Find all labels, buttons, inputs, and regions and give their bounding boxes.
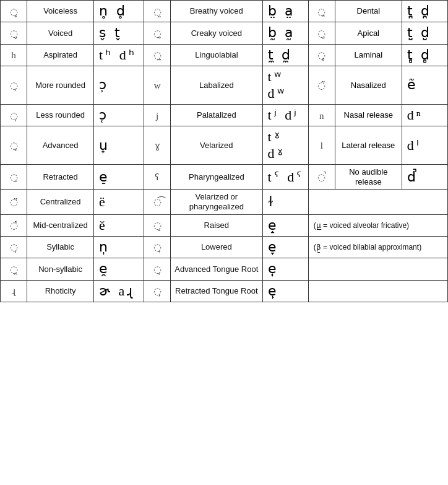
row11-col1-icon: ɻ xyxy=(1,280,27,302)
row0-col3-label: Dental xyxy=(335,1,402,22)
row10-col1-label: Non-syllabic xyxy=(27,258,94,280)
row5-col1-symbol: u̟ xyxy=(94,126,144,165)
row10-col1-symbol: e̯ xyxy=(94,258,144,280)
row9-col1-symbol: n̩ xyxy=(94,236,144,258)
row1-col3-label: Apical xyxy=(335,22,402,44)
row5-col1-icon: ◌̟ xyxy=(1,126,27,165)
row0-col3-symbol: t̪ d̪ xyxy=(402,1,447,22)
row11-col1-label: Rhoticity xyxy=(27,280,94,302)
row0-col1-label: Voiceless xyxy=(27,1,94,22)
row0-col1-symbol: n̥ d̥ xyxy=(94,1,144,22)
row7-col2-symbol: ɫ xyxy=(262,190,308,214)
row10-col2-icon: ◌̘ xyxy=(144,258,170,280)
row4-col3-icon: n xyxy=(308,104,335,126)
row6-col1-symbol: e̠ xyxy=(94,165,144,190)
row7-col3-empty xyxy=(308,190,447,214)
row10-col1-icon: ◌̯ xyxy=(1,258,27,280)
row2-col2-icon: ◌̼ xyxy=(144,44,170,66)
row9-col1-icon: ◌̩ xyxy=(1,236,27,258)
row8-col2-symbol: e̝ xyxy=(262,214,308,236)
row6-col2-label: Pharyngealized xyxy=(171,165,262,190)
row1-col3-icon: ◌̺ xyxy=(308,22,335,44)
row8-col1-symbol: ě xyxy=(94,214,144,236)
row7-col2-icon: ◌͡ xyxy=(144,190,170,214)
row4-col3-label: Nasal release xyxy=(335,104,402,126)
row9-col3-note: (β̱ = voiced bilabial approximant) xyxy=(308,236,447,258)
row2-col1-symbol: tʰ dʰ xyxy=(94,44,144,66)
row3-col3-symbol: ẽ xyxy=(402,66,447,105)
row6-col3-icon: ◌̚ xyxy=(308,165,335,190)
row10-col2-label: Advanced Tongue Root xyxy=(171,258,262,280)
row5-col3-symbol: dˡ xyxy=(402,126,447,165)
row1-col2-symbol: b̰ a̰ xyxy=(262,22,308,44)
row2-col3-label: Laminal xyxy=(335,44,402,66)
row2-col3-icon: ◌̻ xyxy=(308,44,335,66)
row10-col3-empty xyxy=(308,258,447,280)
row5-col2-label: Velarized xyxy=(171,126,262,165)
row1-col1-label: Voiced xyxy=(27,22,94,44)
row6-col3-symbol: d̚ xyxy=(402,165,447,190)
row6-col1-icon: ◌̠ xyxy=(1,165,27,190)
row2-col1-icon: h xyxy=(1,44,27,66)
row1-col2-label: Creaky voiced xyxy=(171,22,262,44)
row2-col1-label: Aspirated xyxy=(27,44,94,66)
row7-col1-label: Centralized xyxy=(27,190,94,214)
row9-col2-icon: ◌̞ xyxy=(144,236,170,258)
row1-col3-symbol: t̺ d̺ xyxy=(402,22,447,44)
row9-col1-label: Syllabic xyxy=(27,236,94,258)
row8-col2-label: Raised xyxy=(171,214,262,236)
row1-col2-icon: ◌̰ xyxy=(144,22,170,44)
row4-col1-symbol: ɔ̜ xyxy=(94,104,144,126)
row4-col3-symbol: dⁿ xyxy=(402,104,447,126)
row4-col2-symbol: tʲ dʲ xyxy=(262,104,308,126)
row11-col2-symbol: e̙ xyxy=(262,280,308,302)
row2-col2-symbol: t̼ d̼ xyxy=(262,44,308,66)
row3-col1-symbol: ɔ̹ xyxy=(94,66,144,105)
row5-col3-icon: l xyxy=(308,126,335,165)
row4-col1-label: Less rounded xyxy=(27,104,94,126)
row8-col1-icon: ◌̽ xyxy=(1,214,27,236)
row5-col1-label: Advanced xyxy=(27,126,94,165)
row5-col3-label: Lateral release xyxy=(335,126,402,165)
row7-col1-icon: ◌̈ xyxy=(1,190,27,214)
row11-col3-empty xyxy=(308,280,447,302)
row0-col1-icon: ◌̥ xyxy=(1,1,27,22)
row0-col3-icon: ◌̪ xyxy=(308,1,335,22)
row6-col2-icon: ʕ xyxy=(144,165,170,190)
row3-col2-icon: w xyxy=(144,66,170,105)
row11-col1-symbol: ɚ aɻ xyxy=(94,280,144,302)
row9-col2-label: Lowered xyxy=(171,236,262,258)
row8-col3-note: (μ̲ = voiced alveolar fricative) xyxy=(308,214,447,236)
row7-col2-label: Velarized or pharyngealized xyxy=(171,190,262,214)
row4-col2-icon: j xyxy=(144,104,170,126)
row8-col2-icon: ◌̝ xyxy=(144,214,170,236)
row5-col2-symbol: tˠ dˠ xyxy=(262,126,308,165)
row0-col2-icon: ◌̤ xyxy=(144,1,170,22)
row11-col2-icon: ◌̙ xyxy=(144,280,170,302)
row0-col2-symbol: b̤ a̤ xyxy=(262,1,308,22)
row6-col3-label: No audible release xyxy=(335,165,402,190)
row2-col3-symbol: t̻ d̻ xyxy=(402,44,447,66)
row1-col1-icon: ◌̬ xyxy=(1,22,27,44)
diacritics-table: ◌̥Voicelessn̥ d̥◌̤Breathy voicedb̤ a̤◌̪D… xyxy=(0,0,448,302)
row11-col2-label: Retracted Tongue Root xyxy=(171,280,262,302)
row6-col1-label: Retracted xyxy=(27,165,94,190)
row7-col1-symbol: ë xyxy=(94,190,144,214)
row3-col1-label: More rounded xyxy=(27,66,94,105)
row4-col2-label: Palatalized xyxy=(171,104,262,126)
row6-col2-symbol: tˤ dˤ xyxy=(262,165,308,190)
row10-col2-symbol: e̘ xyxy=(262,258,308,280)
row3-col3-icon: ◌̃ xyxy=(308,66,335,105)
row3-col2-label: Labalized xyxy=(171,66,262,105)
row3-col3-label: Nasalized xyxy=(335,66,402,105)
row1-col1-symbol: s̬ t̬ xyxy=(94,22,144,44)
row9-col2-symbol: e̞ xyxy=(262,236,308,258)
row0-col2-label: Breathy voiced xyxy=(171,1,262,22)
row2-col2-label: Linguolabial xyxy=(171,44,262,66)
row8-col1-label: Mid-centralized xyxy=(27,214,94,236)
row3-col2-symbol: tʷ dʷ xyxy=(262,66,308,105)
row3-col1-icon: ◌̹ xyxy=(1,66,27,105)
row5-col2-icon: ɣ xyxy=(144,126,170,165)
row4-col1-icon: ◌̜ xyxy=(1,104,27,126)
